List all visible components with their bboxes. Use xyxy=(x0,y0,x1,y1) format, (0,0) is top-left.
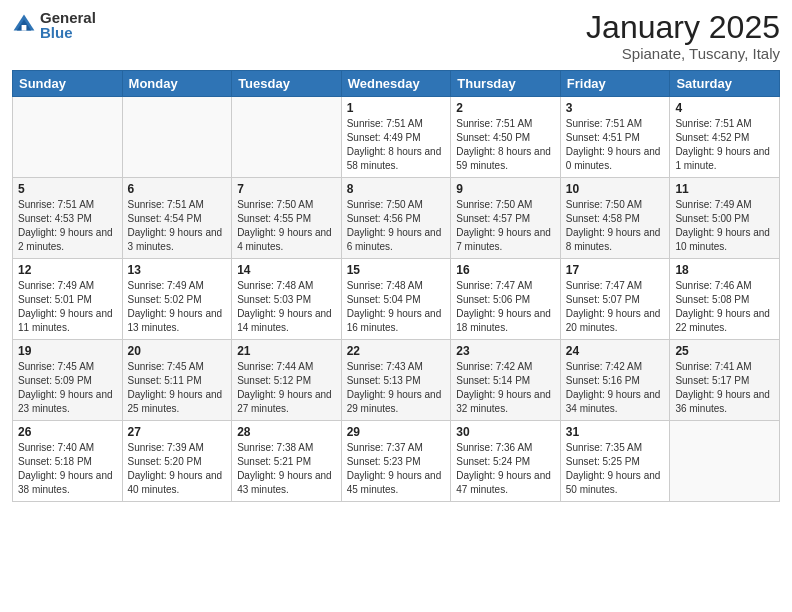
weekday-header-monday: Monday xyxy=(122,71,232,97)
day-number: 16 xyxy=(456,263,555,277)
weekday-header-wednesday: Wednesday xyxy=(341,71,451,97)
day-cell: 12Sunrise: 7:49 AMSunset: 5:01 PMDayligh… xyxy=(13,259,123,340)
day-cell xyxy=(13,97,123,178)
logo-blue-text: Blue xyxy=(40,25,96,40)
day-detail: Sunrise: 7:48 AMSunset: 5:03 PMDaylight:… xyxy=(237,279,336,335)
day-cell: 5Sunrise: 7:51 AMSunset: 4:53 PMDaylight… xyxy=(13,178,123,259)
day-number: 12 xyxy=(18,263,117,277)
week-row-3: 12Sunrise: 7:49 AMSunset: 5:01 PMDayligh… xyxy=(13,259,780,340)
day-number: 23 xyxy=(456,344,555,358)
day-detail: Sunrise: 7:37 AMSunset: 5:23 PMDaylight:… xyxy=(347,441,446,497)
day-detail: Sunrise: 7:41 AMSunset: 5:17 PMDaylight:… xyxy=(675,360,774,416)
day-cell: 11Sunrise: 7:49 AMSunset: 5:00 PMDayligh… xyxy=(670,178,780,259)
day-detail: Sunrise: 7:40 AMSunset: 5:18 PMDaylight:… xyxy=(18,441,117,497)
day-cell: 22Sunrise: 7:43 AMSunset: 5:13 PMDayligh… xyxy=(341,340,451,421)
day-number: 14 xyxy=(237,263,336,277)
day-cell: 16Sunrise: 7:47 AMSunset: 5:06 PMDayligh… xyxy=(451,259,561,340)
day-cell xyxy=(670,421,780,502)
day-detail: Sunrise: 7:51 AMSunset: 4:54 PMDaylight:… xyxy=(128,198,227,254)
day-number: 24 xyxy=(566,344,665,358)
day-detail: Sunrise: 7:50 AMSunset: 4:55 PMDaylight:… xyxy=(237,198,336,254)
day-number: 11 xyxy=(675,182,774,196)
svg-rect-2 xyxy=(22,25,27,31)
day-number: 10 xyxy=(566,182,665,196)
day-cell: 18Sunrise: 7:46 AMSunset: 5:08 PMDayligh… xyxy=(670,259,780,340)
day-detail: Sunrise: 7:49 AMSunset: 5:01 PMDaylight:… xyxy=(18,279,117,335)
day-cell: 26Sunrise: 7:40 AMSunset: 5:18 PMDayligh… xyxy=(13,421,123,502)
weekday-header-tuesday: Tuesday xyxy=(232,71,342,97)
day-detail: Sunrise: 7:49 AMSunset: 5:02 PMDaylight:… xyxy=(128,279,227,335)
day-cell: 2Sunrise: 7:51 AMSunset: 4:50 PMDaylight… xyxy=(451,97,561,178)
day-number: 2 xyxy=(456,101,555,115)
day-detail: Sunrise: 7:45 AMSunset: 5:11 PMDaylight:… xyxy=(128,360,227,416)
day-detail: Sunrise: 7:50 AMSunset: 4:56 PMDaylight:… xyxy=(347,198,446,254)
calendar-table: SundayMondayTuesdayWednesdayThursdayFrid… xyxy=(12,70,780,502)
day-cell: 29Sunrise: 7:37 AMSunset: 5:23 PMDayligh… xyxy=(341,421,451,502)
day-cell: 13Sunrise: 7:49 AMSunset: 5:02 PMDayligh… xyxy=(122,259,232,340)
day-cell: 9Sunrise: 7:50 AMSunset: 4:57 PMDaylight… xyxy=(451,178,561,259)
weekday-header-saturday: Saturday xyxy=(670,71,780,97)
location-subtitle: Spianate, Tuscany, Italy xyxy=(586,45,780,62)
day-cell: 4Sunrise: 7:51 AMSunset: 4:52 PMDaylight… xyxy=(670,97,780,178)
day-number: 22 xyxy=(347,344,446,358)
day-number: 26 xyxy=(18,425,117,439)
day-number: 19 xyxy=(18,344,117,358)
title-block: January 2025 Spianate, Tuscany, Italy xyxy=(586,10,780,62)
day-detail: Sunrise: 7:51 AMSunset: 4:50 PMDaylight:… xyxy=(456,117,555,173)
day-cell: 20Sunrise: 7:45 AMSunset: 5:11 PMDayligh… xyxy=(122,340,232,421)
day-number: 5 xyxy=(18,182,117,196)
day-detail: Sunrise: 7:44 AMSunset: 5:12 PMDaylight:… xyxy=(237,360,336,416)
day-cell: 14Sunrise: 7:48 AMSunset: 5:03 PMDayligh… xyxy=(232,259,342,340)
day-cell: 17Sunrise: 7:47 AMSunset: 5:07 PMDayligh… xyxy=(560,259,670,340)
day-number: 21 xyxy=(237,344,336,358)
day-cell: 23Sunrise: 7:42 AMSunset: 5:14 PMDayligh… xyxy=(451,340,561,421)
weekday-header-row: SundayMondayTuesdayWednesdayThursdayFrid… xyxy=(13,71,780,97)
day-cell: 24Sunrise: 7:42 AMSunset: 5:16 PMDayligh… xyxy=(560,340,670,421)
day-number: 20 xyxy=(128,344,227,358)
day-detail: Sunrise: 7:46 AMSunset: 5:08 PMDaylight:… xyxy=(675,279,774,335)
day-detail: Sunrise: 7:35 AMSunset: 5:25 PMDaylight:… xyxy=(566,441,665,497)
week-row-2: 5Sunrise: 7:51 AMSunset: 4:53 PMDaylight… xyxy=(13,178,780,259)
day-detail: Sunrise: 7:49 AMSunset: 5:00 PMDaylight:… xyxy=(675,198,774,254)
day-number: 1 xyxy=(347,101,446,115)
logo-text: General Blue xyxy=(40,10,96,40)
day-cell: 10Sunrise: 7:50 AMSunset: 4:58 PMDayligh… xyxy=(560,178,670,259)
day-detail: Sunrise: 7:42 AMSunset: 5:16 PMDaylight:… xyxy=(566,360,665,416)
day-detail: Sunrise: 7:42 AMSunset: 5:14 PMDaylight:… xyxy=(456,360,555,416)
day-cell: 15Sunrise: 7:48 AMSunset: 5:04 PMDayligh… xyxy=(341,259,451,340)
logo-icon xyxy=(12,13,36,37)
day-number: 3 xyxy=(566,101,665,115)
day-cell: 7Sunrise: 7:50 AMSunset: 4:55 PMDaylight… xyxy=(232,178,342,259)
day-detail: Sunrise: 7:51 AMSunset: 4:53 PMDaylight:… xyxy=(18,198,117,254)
day-number: 29 xyxy=(347,425,446,439)
day-cell: 19Sunrise: 7:45 AMSunset: 5:09 PMDayligh… xyxy=(13,340,123,421)
day-cell: 3Sunrise: 7:51 AMSunset: 4:51 PMDaylight… xyxy=(560,97,670,178)
weekday-header-sunday: Sunday xyxy=(13,71,123,97)
day-number: 28 xyxy=(237,425,336,439)
day-number: 9 xyxy=(456,182,555,196)
day-detail: Sunrise: 7:51 AMSunset: 4:49 PMDaylight:… xyxy=(347,117,446,173)
month-title: January 2025 xyxy=(586,10,780,45)
day-detail: Sunrise: 7:48 AMSunset: 5:04 PMDaylight:… xyxy=(347,279,446,335)
day-number: 8 xyxy=(347,182,446,196)
day-number: 13 xyxy=(128,263,227,277)
day-detail: Sunrise: 7:43 AMSunset: 5:13 PMDaylight:… xyxy=(347,360,446,416)
day-detail: Sunrise: 7:50 AMSunset: 4:58 PMDaylight:… xyxy=(566,198,665,254)
logo: General Blue xyxy=(12,10,96,40)
day-cell: 8Sunrise: 7:50 AMSunset: 4:56 PMDaylight… xyxy=(341,178,451,259)
calendar-container: General Blue January 2025 Spianate, Tusc… xyxy=(0,0,792,514)
day-number: 27 xyxy=(128,425,227,439)
day-detail: Sunrise: 7:51 AMSunset: 4:52 PMDaylight:… xyxy=(675,117,774,173)
day-number: 18 xyxy=(675,263,774,277)
day-detail: Sunrise: 7:47 AMSunset: 5:07 PMDaylight:… xyxy=(566,279,665,335)
weekday-header-thursday: Thursday xyxy=(451,71,561,97)
day-number: 7 xyxy=(237,182,336,196)
day-detail: Sunrise: 7:45 AMSunset: 5:09 PMDaylight:… xyxy=(18,360,117,416)
day-detail: Sunrise: 7:38 AMSunset: 5:21 PMDaylight:… xyxy=(237,441,336,497)
day-detail: Sunrise: 7:39 AMSunset: 5:20 PMDaylight:… xyxy=(128,441,227,497)
day-cell: 27Sunrise: 7:39 AMSunset: 5:20 PMDayligh… xyxy=(122,421,232,502)
day-number: 25 xyxy=(675,344,774,358)
day-detail: Sunrise: 7:50 AMSunset: 4:57 PMDaylight:… xyxy=(456,198,555,254)
day-detail: Sunrise: 7:36 AMSunset: 5:24 PMDaylight:… xyxy=(456,441,555,497)
day-number: 4 xyxy=(675,101,774,115)
